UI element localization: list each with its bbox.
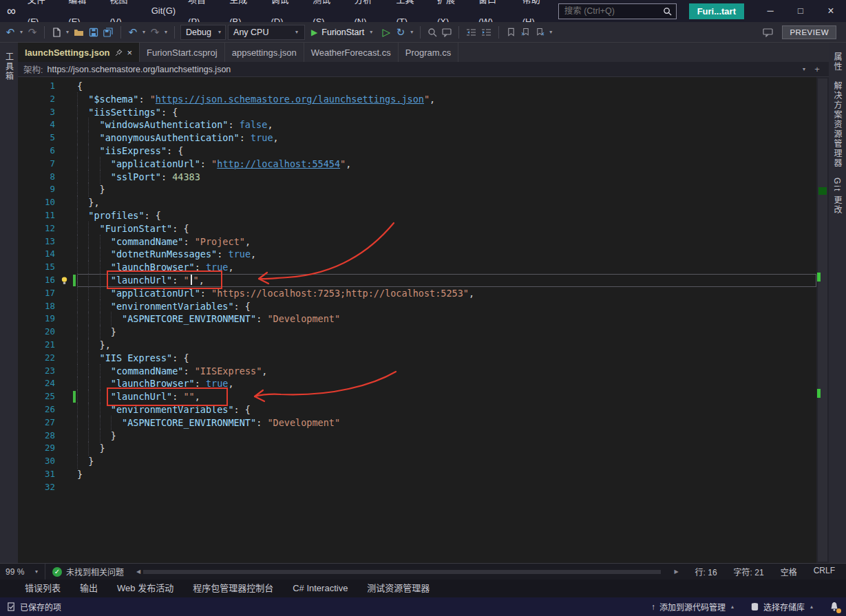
code-line[interactable]: 13 "commandName": "Project", [18, 235, 816, 248]
code-line[interactable]: 12 "FurionStart": { [18, 222, 816, 235]
panel-tab[interactable]: 程序包管理器控制台 [183, 580, 283, 597]
code-line[interactable]: 25 "launchUrl": "", [18, 390, 816, 403]
code-line[interactable]: 3 "iisSettings": { [18, 106, 816, 119]
code-line[interactable]: 2 "$schema": "https://json.schemastore.o… [18, 93, 816, 106]
code-line[interactable]: 24 "launchBrowser": true, [18, 377, 816, 390]
panel-tab[interactable]: 测试资源管理器 [357, 580, 439, 597]
code-line[interactable]: 18 "environmentVariables": { [18, 300, 816, 313]
solution-config-dropdown[interactable]: Debug ▾ [180, 25, 226, 40]
code-line[interactable]: 6 "iisExpress": { [18, 145, 816, 158]
hscroll-track[interactable] [143, 569, 671, 575]
undo-caret-icon[interactable]: ▾ [141, 29, 147, 35]
code-line[interactable]: 32 [18, 481, 816, 494]
side-tab[interactable]: 工具箱 [3, 52, 15, 81]
next-bookmark-icon[interactable] [533, 24, 546, 41]
code-line[interactable]: 21 }, [18, 339, 816, 352]
scroll-left-icon[interactable]: ◀ [136, 569, 140, 575]
panel-tab[interactable]: 错误列表 [15, 580, 70, 597]
doc-tab[interactable]: Program.cs [399, 43, 458, 62]
split-editor-icon[interactable]: + [811, 64, 823, 74]
comment-icon[interactable] [441, 24, 453, 41]
minimize-button[interactable]: ─ [755, 0, 785, 22]
code-line[interactable]: 22 "IIS Express": { [18, 352, 816, 365]
close-button[interactable]: × [816, 0, 846, 22]
indent-increase-icon[interactable] [480, 24, 493, 41]
restart-caret-icon[interactable]: ▾ [409, 29, 414, 35]
code-line[interactable]: 8 "sslPort": 44383 [18, 171, 816, 184]
doc-tab[interactable]: FurionStart.csproj [140, 43, 225, 62]
zoom-control[interactable]: 99 % ▾ [0, 564, 45, 580]
menu-item[interactable]: Git(G) [145, 0, 182, 22]
platform-dropdown[interactable]: Any CPU ▾ [228, 25, 305, 40]
nav-back-icon[interactable]: ↶ [4, 24, 17, 41]
health-indicator[interactable]: ✓ 未找到相关问题 [45, 566, 131, 577]
horizontal-scrollbar[interactable]: ◀ ▶ [136, 569, 679, 575]
code-line[interactable]: 31} [18, 468, 816, 481]
schema-url[interactable]: https://json.schemastore.org/launchsetti… [47, 65, 231, 74]
column-indicator[interactable]: 字符: 21 [734, 566, 764, 577]
code-line[interactable]: 20 } [18, 326, 816, 339]
start-without-debug-icon[interactable]: ▷ [380, 24, 392, 41]
redo-caret-icon[interactable]: ▾ [163, 29, 169, 35]
code-line[interactable]: 30 } [18, 455, 816, 468]
pin-icon[interactable] [115, 49, 123, 56]
code-line[interactable]: 7 "applicationUrl": "http://localhost:55… [18, 158, 816, 171]
panel-tab[interactable]: C# Interactive [283, 580, 357, 597]
code-line[interactable]: 26 "environmentVariables": { [18, 403, 816, 416]
side-tab[interactable]: 属性 [832, 52, 843, 72]
start-debug-button[interactable]: ▶ FurionStart ▾ [307, 24, 378, 41]
search-box[interactable] [558, 3, 677, 19]
select-repository-button[interactable]: 选择存储库 ▴ [750, 601, 814, 613]
code-line[interactable]: 29 } [18, 442, 816, 455]
notifications-button[interactable] [829, 602, 839, 612]
close-tab-icon[interactable]: × [127, 47, 133, 58]
maximize-button[interactable]: □ [785, 0, 816, 22]
code-line[interactable]: 9 } [18, 183, 816, 196]
code-line[interactable]: 15 "launchBrowser": true, [18, 261, 816, 274]
bookmark-caret-icon[interactable]: ▾ [548, 29, 553, 35]
panel-tab[interactable]: 输出 [70, 580, 107, 597]
code-line[interactable]: 14 "dotnetRunMessages": true, [18, 248, 816, 261]
scroll-right-icon[interactable]: ▶ [674, 569, 678, 575]
nav-forward-icon[interactable]: ↷ [26, 24, 39, 41]
save-all-icon[interactable] [102, 24, 115, 41]
panel-tab[interactable]: Web 发布活动 [107, 580, 183, 597]
code-line[interactable]: 19 "ASPNETCORE_ENVIRONMENT": "Developmen… [18, 312, 816, 326]
scrollbar-thumb[interactable] [818, 78, 827, 562]
toggle-bookmark-icon[interactable] [505, 24, 517, 41]
code-editor[interactable]: 1{2 "$schema": "https://json.schemastore… [18, 77, 829, 563]
search-input[interactable] [563, 6, 660, 17]
vertical-scrollbar[interactable] [816, 77, 829, 563]
code-line[interactable]: 10 }, [18, 196, 816, 209]
code-line[interactable]: 17 "applicationUrl": "https://localhost:… [18, 287, 816, 300]
save-icon[interactable] [87, 24, 100, 41]
code-line[interactable]: 16 "launchUrl": "", [18, 274, 816, 287]
indent-decrease-icon[interactable] [465, 24, 478, 41]
prev-bookmark-icon[interactable] [519, 24, 531, 41]
schema-dropdown-icon[interactable]: ▾ [801, 66, 807, 72]
code-line[interactable]: 4 "windowsAuthentication": false, [18, 118, 816, 131]
side-tab[interactable]: 解决方案资源管理器 [832, 81, 843, 168]
nav-back-caret-icon[interactable]: ▾ [19, 29, 24, 35]
find-in-files-icon[interactable] [426, 24, 438, 41]
spaces-indicator[interactable]: 空格 [781, 566, 797, 577]
code-line[interactable]: 11 "profiles": { [18, 209, 816, 222]
open-file-icon[interactable] [72, 24, 85, 41]
hscroll-thumb[interactable] [143, 570, 661, 574]
new-file-caret-icon[interactable]: ▾ [65, 29, 70, 35]
undo-icon[interactable]: ↶ [127, 24, 139, 41]
code-line[interactable]: 1{ [18, 80, 816, 93]
doc-tab[interactable]: WeatherForecast.cs [304, 43, 399, 62]
redo-icon[interactable]: ↷ [149, 24, 161, 41]
line-indicator[interactable]: 行: 16 [695, 566, 717, 577]
code-line[interactable]: 28 } [18, 429, 816, 443]
add-to-source-control-button[interactable]: ↑ 添加到源代码管理 ▴ [651, 601, 735, 613]
doc-tab[interactable]: appsettings.json [225, 43, 304, 62]
feedback-icon[interactable] [761, 24, 774, 41]
code-line[interactable]: 5 "anonymousAuthentication": true, [18, 131, 816, 145]
preview-button[interactable]: PREVIEW [782, 25, 836, 39]
doc-tab[interactable]: launchSettings.json× [18, 43, 140, 62]
line-ending-indicator[interactable]: CRLF [814, 566, 835, 577]
side-tab[interactable]: Git 更改 [832, 178, 843, 215]
new-file-icon[interactable] [50, 24, 63, 41]
